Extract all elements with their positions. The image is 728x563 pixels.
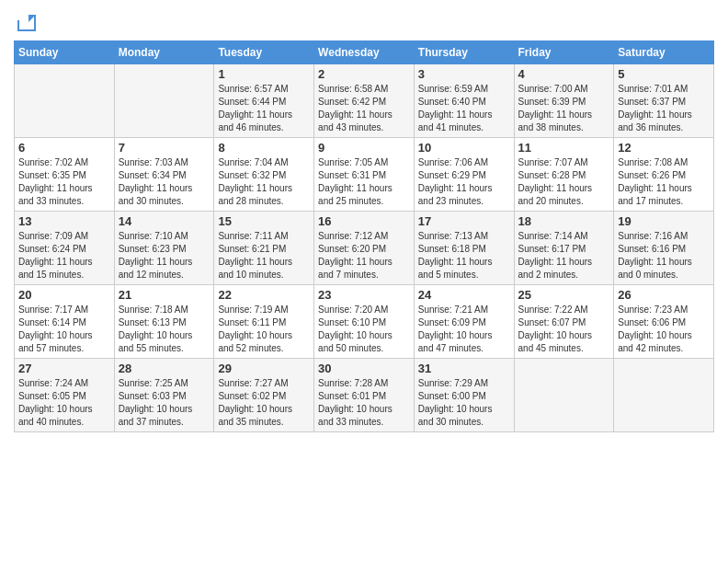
day-info: Sunrise: 7:25 AMSunset: 6:03 PMDaylight:… [119, 377, 210, 429]
calendar-cell: 30Sunrise: 7:28 AMSunset: 6:01 PMDayligh… [314, 359, 415, 432]
calendar-table: Sunday Monday Tuesday Wednesday Thursday… [14, 40, 714, 432]
calendar-cell: 11Sunrise: 7:07 AMSunset: 6:28 PMDayligh… [514, 138, 614, 212]
day-number: 11 [518, 141, 610, 155]
day-number: 12 [618, 141, 710, 155]
header-tuesday: Tuesday [214, 41, 314, 64]
day-info: Sunrise: 7:27 AMSunset: 6:02 PMDaylight:… [218, 377, 310, 429]
day-number: 31 [418, 362, 510, 375]
day-info: Sunrise: 7:03 AMSunset: 6:34 PMDaylight:… [119, 156, 210, 208]
header-row: Sunday Monday Tuesday Wednesday Thursday… [15, 41, 714, 64]
day-info: Sunrise: 7:19 AMSunset: 6:11 PMDaylight:… [218, 304, 310, 355]
day-number: 10 [418, 141, 510, 155]
day-info: Sunrise: 6:57 AMSunset: 6:44 PMDaylight:… [218, 83, 310, 134]
calendar-cell: 18Sunrise: 7:14 AMSunset: 6:17 PMDayligh… [514, 212, 614, 285]
day-number: 1 [218, 67, 310, 81]
day-number: 2 [318, 67, 410, 81]
calendar-cell: 2Sunrise: 6:58 AMSunset: 6:42 PMDaylight… [314, 64, 415, 138]
day-info: Sunrise: 7:14 AMSunset: 6:17 PMDaylight:… [518, 230, 610, 282]
day-info: Sunrise: 7:07 AMSunset: 6:28 PMDaylight:… [518, 156, 610, 208]
calendar-cell [614, 359, 714, 432]
day-info: Sunrise: 7:22 AMSunset: 6:07 PMDaylight:… [518, 304, 610, 355]
day-info: Sunrise: 7:16 AMSunset: 6:16 PMDaylight:… [618, 230, 710, 282]
calendar-cell: 9Sunrise: 7:05 AMSunset: 6:31 PMDaylight… [314, 138, 415, 212]
day-info: Sunrise: 7:12 AMSunset: 6:20 PMDaylight:… [318, 230, 410, 282]
calendar-cell: 14Sunrise: 7:10 AMSunset: 6:23 PMDayligh… [114, 212, 214, 285]
day-info: Sunrise: 7:18 AMSunset: 6:13 PMDaylight:… [119, 304, 210, 355]
calendar-cell: 26Sunrise: 7:23 AMSunset: 6:06 PMDayligh… [614, 285, 714, 359]
day-number: 3 [418, 67, 510, 81]
day-number: 13 [18, 214, 110, 228]
week-row-3: 13Sunrise: 7:09 AMSunset: 6:24 PMDayligh… [15, 212, 714, 285]
header-monday: Monday [114, 41, 214, 64]
calendar-cell: 19Sunrise: 7:16 AMSunset: 6:16 PMDayligh… [614, 212, 714, 285]
day-info: Sunrise: 7:09 AMSunset: 6:24 PMDaylight:… [18, 230, 110, 282]
day-info: Sunrise: 6:58 AMSunset: 6:42 PMDaylight:… [318, 83, 410, 134]
day-info: Sunrise: 7:21 AMSunset: 6:09 PMDaylight:… [418, 304, 510, 355]
calendar-cell [514, 359, 614, 432]
day-info: Sunrise: 7:28 AMSunset: 6:01 PMDaylight:… [318, 377, 410, 429]
calendar-cell: 31Sunrise: 7:29 AMSunset: 6:00 PMDayligh… [414, 359, 514, 432]
day-number: 19 [618, 214, 710, 228]
day-number: 15 [218, 214, 310, 228]
calendar-cell: 28Sunrise: 7:25 AMSunset: 6:03 PMDayligh… [114, 359, 214, 432]
day-info: Sunrise: 7:01 AMSunset: 6:37 PMDaylight:… [618, 83, 710, 134]
header-sunday: Sunday [15, 41, 115, 64]
day-info: Sunrise: 7:02 AMSunset: 6:35 PMDaylight:… [18, 156, 110, 208]
calendar-cell: 21Sunrise: 7:18 AMSunset: 6:13 PMDayligh… [114, 285, 214, 359]
day-number: 28 [119, 362, 210, 375]
week-row-4: 20Sunrise: 7:17 AMSunset: 6:14 PMDayligh… [15, 285, 714, 359]
calendar-cell: 16Sunrise: 7:12 AMSunset: 6:20 PMDayligh… [314, 212, 415, 285]
day-number: 17 [418, 214, 510, 228]
day-info: Sunrise: 7:29 AMSunset: 6:00 PMDaylight:… [418, 377, 510, 429]
day-info: Sunrise: 7:04 AMSunset: 6:32 PMDaylight:… [218, 156, 310, 208]
day-number: 5 [618, 67, 710, 81]
calendar-cell: 4Sunrise: 7:00 AMSunset: 6:39 PMDaylight… [514, 64, 614, 138]
day-number: 6 [18, 141, 110, 155]
calendar-cell: 25Sunrise: 7:22 AMSunset: 6:07 PMDayligh… [514, 285, 614, 359]
calendar-cell: 29Sunrise: 7:27 AMSunset: 6:02 PMDayligh… [214, 359, 314, 432]
day-number: 25 [518, 288, 610, 302]
day-info: Sunrise: 7:23 AMSunset: 6:06 PMDaylight:… [618, 304, 710, 355]
calendar-cell: 8Sunrise: 7:04 AMSunset: 6:32 PMDaylight… [214, 138, 314, 212]
day-info: Sunrise: 7:05 AMSunset: 6:31 PMDaylight:… [318, 156, 410, 208]
calendar-cell [114, 64, 214, 138]
day-info: Sunrise: 7:20 AMSunset: 6:10 PMDaylight:… [318, 304, 410, 355]
day-info: Sunrise: 7:00 AMSunset: 6:39 PMDaylight:… [518, 83, 610, 134]
calendar-cell: 12Sunrise: 7:08 AMSunset: 6:26 PMDayligh… [614, 138, 714, 212]
calendar-cell: 20Sunrise: 7:17 AMSunset: 6:14 PMDayligh… [15, 285, 115, 359]
day-number: 4 [518, 67, 610, 81]
logo-icon [16, 13, 38, 31]
day-info: Sunrise: 7:08 AMSunset: 6:26 PMDaylight:… [618, 156, 710, 208]
day-number: 29 [218, 362, 310, 375]
calendar-cell: 13Sunrise: 7:09 AMSunset: 6:24 PMDayligh… [15, 212, 115, 285]
calendar-cell: 6Sunrise: 7:02 AMSunset: 6:35 PMDaylight… [15, 138, 115, 212]
calendar-cell: 10Sunrise: 7:06 AMSunset: 6:29 PMDayligh… [414, 138, 514, 212]
day-info: Sunrise: 7:17 AMSunset: 6:14 PMDaylight:… [18, 304, 110, 355]
calendar-cell: 22Sunrise: 7:19 AMSunset: 6:11 PMDayligh… [214, 285, 314, 359]
day-number: 20 [18, 288, 110, 302]
calendar-cell: 1Sunrise: 6:57 AMSunset: 6:44 PMDaylight… [214, 64, 314, 138]
header-thursday: Thursday [414, 41, 514, 64]
day-info: Sunrise: 7:10 AMSunset: 6:23 PMDaylight:… [119, 230, 210, 282]
page-header [14, 9, 714, 35]
day-number: 9 [318, 141, 410, 155]
week-row-2: 6Sunrise: 7:02 AMSunset: 6:35 PMDaylight… [15, 138, 714, 212]
week-row-5: 27Sunrise: 7:24 AMSunset: 6:05 PMDayligh… [15, 359, 714, 432]
calendar-cell: 23Sunrise: 7:20 AMSunset: 6:10 PMDayligh… [314, 285, 415, 359]
day-number: 22 [218, 288, 310, 302]
day-info: Sunrise: 7:13 AMSunset: 6:18 PMDaylight:… [418, 230, 510, 282]
day-number: 23 [318, 288, 410, 302]
header-wednesday: Wednesday [314, 41, 415, 64]
calendar-cell: 3Sunrise: 6:59 AMSunset: 6:40 PMDaylight… [414, 64, 514, 138]
day-number: 14 [119, 214, 210, 228]
day-info: Sunrise: 7:06 AMSunset: 6:29 PMDaylight:… [418, 156, 510, 208]
day-number: 24 [418, 288, 510, 302]
calendar-cell: 15Sunrise: 7:11 AMSunset: 6:21 PMDayligh… [214, 212, 314, 285]
day-number: 27 [18, 362, 110, 375]
week-row-1: 1Sunrise: 6:57 AMSunset: 6:44 PMDaylight… [15, 64, 714, 138]
calendar-cell: 5Sunrise: 7:01 AMSunset: 6:37 PMDaylight… [614, 64, 714, 138]
day-info: Sunrise: 7:11 AMSunset: 6:21 PMDaylight:… [218, 230, 310, 282]
day-number: 21 [119, 288, 210, 302]
day-info: Sunrise: 7:24 AMSunset: 6:05 PMDaylight:… [18, 377, 110, 429]
header-saturday: Saturday [614, 41, 714, 64]
